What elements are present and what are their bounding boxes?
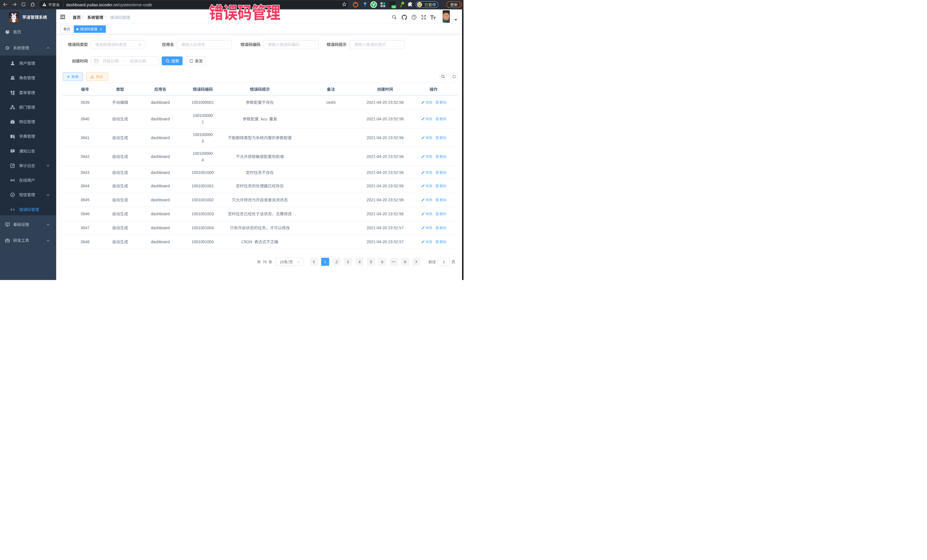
svg-text:on: on [392,5,395,8]
